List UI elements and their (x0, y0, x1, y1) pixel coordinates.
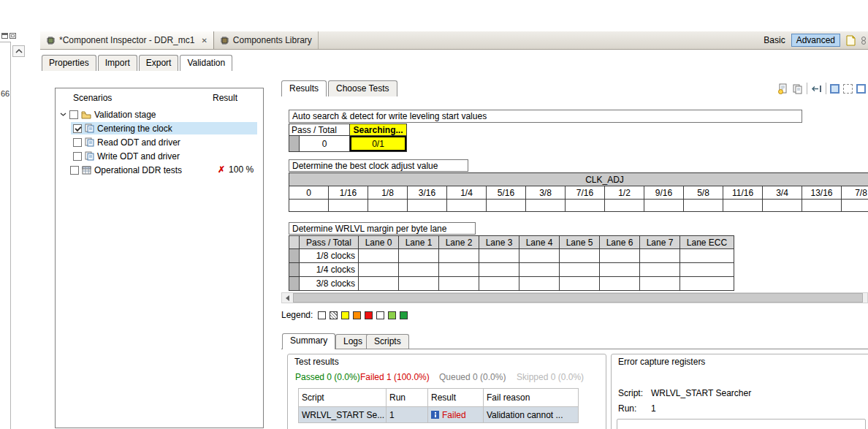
failed-status-icon (431, 411, 439, 419)
lane-cell (479, 276, 519, 290)
tree-item-operational-ddr-tests[interactable]: Operational DDR tests ✗ 100 % (56, 163, 263, 177)
tree-item-centering-the-clock[interactable]: Centering the clock (56, 121, 263, 135)
group-title: Test results (294, 357, 339, 367)
export-left-icon[interactable] (811, 83, 822, 94)
report-icon[interactable] (777, 83, 788, 94)
rail-badge: 66 (0, 89, 10, 98)
scenario-icon (85, 151, 94, 161)
tree-item-label: Write ODT and driver (97, 151, 180, 162)
tree-item-read-odt-and-driver[interactable]: Read ODT and driver (56, 135, 263, 149)
legend-label: Legend: (281, 310, 313, 320)
lane-header: Lane 2 (438, 235, 479, 248)
legend-swatch-passed (400, 311, 408, 319)
clk-col-header: 3/8 (525, 186, 565, 199)
scroll-left-button[interactable] (282, 293, 293, 303)
minimize-icon[interactable] (1, 33, 8, 39)
queued-stat: Queued 0 (0.0%) (439, 372, 506, 382)
clk-col-header: 0 (289, 186, 328, 199)
chip-icon (220, 36, 229, 45)
tab-results[interactable]: Results (281, 80, 327, 96)
tab-component-inspector[interactable]: *Component Inspector - DDR_mc1 ✕ (40, 31, 214, 49)
script-row: Script: WRLVL_START Searcher (618, 388, 859, 398)
lane-cell (479, 262, 519, 276)
scrollbar-thumb[interactable] (293, 293, 863, 303)
restore-view-icon[interactable] (843, 84, 853, 94)
scenario-icon (85, 137, 94, 147)
lane-cell (679, 248, 734, 262)
checkbox[interactable] (70, 166, 79, 175)
restore-icon[interactable] (9, 33, 16, 39)
lane-cell (398, 276, 438, 290)
maximize-view-icon[interactable] (830, 84, 840, 94)
lane-header: Lane 1 (398, 235, 438, 248)
tree-item-write-odt-and-driver[interactable]: Write ODT and driver (56, 149, 263, 163)
run-cell[interactable]: 1 (386, 406, 427, 422)
checkbox[interactable] (73, 152, 82, 161)
new-note-icon[interactable] (846, 35, 856, 46)
scenario-icon (85, 124, 94, 133)
inspector-tab-bar: Properties Import Export Validation (42, 55, 232, 71)
tab-summary[interactable]: Summary (282, 333, 335, 349)
lane-header: Lane ECC (679, 235, 734, 248)
close-icon[interactable]: ✕ (201, 37, 207, 45)
row-marker-cell (289, 262, 299, 276)
tab-choose-tests[interactable]: Choose Tests (328, 80, 397, 96)
lane-cell (679, 262, 734, 276)
tab-label: *Component Inspector - DDR_mc1 (59, 35, 194, 45)
chevron-down-icon[interactable] (58, 111, 67, 118)
clk-col-header: 3/4 (762, 186, 802, 199)
row-marker-cell (289, 248, 299, 262)
tab-scripts[interactable]: Scripts (366, 334, 409, 349)
tab-logs[interactable]: Logs (335, 334, 370, 349)
clk-cell (328, 199, 368, 211)
clock-adjust-title: Determine the best clock adjust value (289, 159, 468, 172)
fail-reason-cell[interactable]: Validation cannot ... (483, 406, 578, 422)
tree-item-label: Centering the clock (97, 124, 172, 134)
failed-stat: Failed 1 (100.0%) (360, 372, 430, 382)
split-view-icon[interactable] (856, 84, 866, 94)
result-percent: 100 % (229, 164, 254, 175)
checkbox[interactable] (73, 124, 82, 133)
pass-value-cell: 0 (299, 135, 349, 151)
tab-import[interactable]: Import (98, 55, 137, 71)
legend-swatch-warning (353, 311, 361, 319)
wrlvl-row-label: 1/4 clocks (299, 262, 358, 276)
script-cell[interactable]: WRLVL_START Se... (298, 406, 386, 422)
wrlvl-row-label: 1/8 clocks (299, 248, 358, 262)
lane-cell (398, 248, 438, 262)
lane-header: Lane 7 (639, 235, 679, 248)
tab-export[interactable]: Export (139, 55, 179, 71)
clk-col-header: 13/16 (802, 186, 841, 199)
clk-cell (525, 199, 565, 211)
result-cell[interactable]: Failed (427, 406, 483, 422)
rail-divider (0, 42, 10, 42)
basic-mode-button[interactable]: Basic (764, 35, 785, 45)
lane-cell (639, 248, 679, 262)
run-row: Run: 1 (618, 403, 859, 414)
checkbox[interactable] (69, 110, 78, 119)
clk-cell (604, 199, 644, 211)
tab-properties[interactable]: Properties (42, 55, 96, 71)
tab-validation[interactable]: Validation (180, 55, 232, 71)
scenarios-panel: Scenarios Result Validation stage Cent (55, 88, 264, 428)
scenarios-header: Scenarios Result (56, 88, 263, 107)
advanced-mode-button[interactable]: Advanced (791, 34, 840, 47)
lane-cell (559, 262, 599, 276)
pass-total-header: Pass / Total (299, 235, 358, 248)
collapse-panel-button[interactable] (12, 45, 25, 57)
lane-header: Lane 5 (559, 235, 599, 248)
horizontal-scrollbar[interactable] (281, 292, 868, 303)
wrlvl-margin-title: Determine WRLVL margin per byte lane (289, 222, 476, 235)
pass-total-header: Pass / Total (289, 124, 349, 135)
lane-header: Lane 0 (358, 235, 398, 248)
copy-icon[interactable] (792, 83, 803, 94)
clk-col-header: 5/8 (683, 186, 723, 199)
tree-item-validation-stage[interactable]: Validation stage (56, 107, 263, 121)
row-marker-cell (289, 276, 299, 290)
tab-components-library[interactable]: Components Library (214, 31, 319, 49)
legend-swatch-margin (388, 311, 396, 319)
lane-cell (438, 276, 479, 290)
checkbox[interactable] (73, 138, 82, 147)
fail-x-icon: ✗ (218, 164, 225, 175)
clk-col-header: 1/8 (368, 186, 407, 199)
